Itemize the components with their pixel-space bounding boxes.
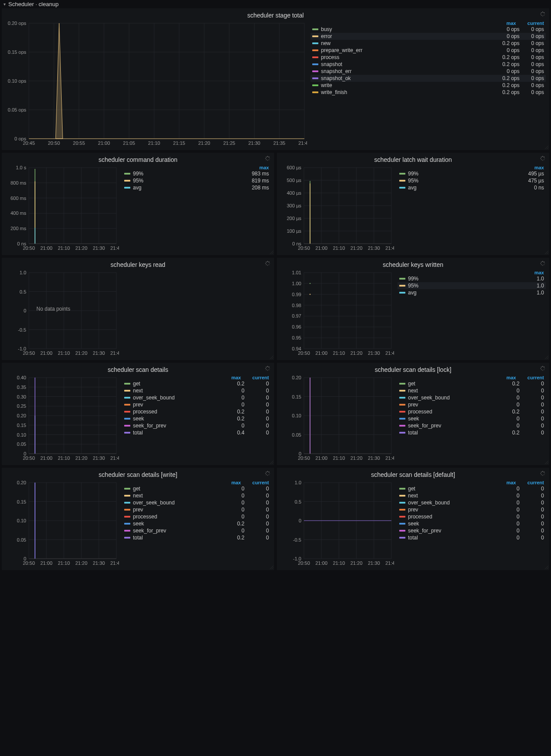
legend-row[interactable]: error 0 ops 0 ops bbox=[310, 33, 546, 40]
legend-row[interactable]: avg 208 ms bbox=[122, 184, 271, 191]
legend-row[interactable]: next 0 0 bbox=[122, 387, 271, 394]
legend-row[interactable]: over_seek_bound 0 0 bbox=[398, 499, 546, 506]
resize-handle-icon[interactable] bbox=[270, 461, 273, 464]
chart-plot[interactable]: 00.050.100.150.2020:5021:0021:1021:2021:… bbox=[5, 480, 119, 567]
legend-row[interactable]: snapshot_ok 0.2 ops 0 ops bbox=[310, 75, 546, 82]
legend-swatch bbox=[399, 397, 405, 399]
legend-row[interactable]: 95% 819 ms bbox=[122, 177, 271, 184]
legend-row[interactable]: next 0 0 bbox=[398, 492, 546, 499]
legend-row[interactable]: snapshot 0.2 ops 0 ops bbox=[310, 61, 546, 68]
legend-header-max[interactable]: max bbox=[216, 375, 241, 380]
panel-title[interactable]: scheduler scan details bbox=[5, 364, 271, 375]
legend-row[interactable]: avg 0 ns bbox=[398, 184, 546, 191]
legend-row[interactable]: processed 0 0 bbox=[122, 513, 271, 520]
legend-row[interactable]: total 0.2 0 bbox=[122, 534, 271, 541]
legend-header-current[interactable]: current bbox=[244, 375, 269, 380]
row-header[interactable]: ▾ Scheduler · cleanup bbox=[0, 0, 551, 8]
legend-row[interactable]: 99% 1.0 bbox=[398, 275, 546, 282]
legend-row[interactable]: seek_for_prev 0 0 bbox=[398, 527, 546, 534]
legend-header-current[interactable]: current bbox=[520, 375, 544, 380]
legend-row[interactable]: prev 0 0 bbox=[398, 506, 546, 513]
legend-row[interactable]: processed 0 0 bbox=[398, 513, 546, 520]
legend-swatch bbox=[399, 187, 405, 189]
panel-title[interactable]: scheduler command duration bbox=[5, 154, 271, 165]
legend-row[interactable]: next 0 0 bbox=[398, 387, 546, 394]
chart-plot[interactable]: -1.0-0.500.51.020:5021:0021:1021:2021:30… bbox=[5, 270, 119, 357]
legend-row[interactable]: total 0.2 0 bbox=[398, 429, 546, 436]
legend-row[interactable]: avg 1.0 bbox=[398, 289, 546, 296]
legend-header-max[interactable]: max bbox=[520, 270, 544, 275]
legend-row[interactable]: prev 0 0 bbox=[122, 506, 271, 513]
legend-row[interactable]: seek_for_prev 0 0 bbox=[122, 422, 271, 429]
legend-row[interactable]: seek 0 0 bbox=[398, 415, 546, 422]
legend-row[interactable]: total 0 0 bbox=[398, 534, 546, 541]
panel-title[interactable]: scheduler keys written bbox=[280, 259, 546, 270]
resize-handle-icon[interactable] bbox=[545, 146, 548, 149]
resize-handle-icon[interactable] bbox=[270, 566, 273, 569]
legend-header-max[interactable]: max bbox=[492, 21, 516, 26]
chart-plot[interactable]: 0 ns200 ms400 ms600 ms800 ms1.0 s20:5021… bbox=[5, 165, 119, 252]
legend-row[interactable]: over_seek_bound 0 0 bbox=[122, 499, 271, 506]
legend-row[interactable]: next 0 0 bbox=[122, 492, 271, 499]
legend-row[interactable]: 95% 1.0 bbox=[398, 282, 546, 289]
chart-plot[interactable]: 0 ns100 µs200 µs300 µs400 µs500 µs600 µs… bbox=[280, 165, 394, 252]
resize-handle-icon[interactable] bbox=[545, 566, 548, 569]
legend-row[interactable]: total 0.4 0 bbox=[122, 429, 271, 436]
svg-point-120 bbox=[265, 263, 266, 264]
legend-row[interactable]: process 0.2 ops 0 ops bbox=[310, 54, 546, 61]
legend-row[interactable]: processed 0.2 0 bbox=[398, 408, 546, 415]
legend-row[interactable]: over_seek_bound 0 0 bbox=[122, 394, 271, 401]
legend-header-current[interactable]: current bbox=[244, 480, 269, 485]
legend-header-current[interactable]: current bbox=[520, 480, 544, 485]
legend-row[interactable]: write_finish 0.2 ops 0 ops bbox=[310, 89, 546, 96]
legend-row[interactable]: prev 0 0 bbox=[122, 401, 271, 408]
legend-row[interactable]: seek_for_prev 0 0 bbox=[122, 527, 271, 534]
legend-row[interactable]: get 0 0 bbox=[398, 485, 546, 492]
legend-row[interactable]: seek 0.2 0 bbox=[122, 415, 271, 422]
legend-current: 0 bbox=[244, 423, 269, 429]
resize-handle-icon[interactable] bbox=[270, 356, 273, 359]
panel-title[interactable]: scheduler scan details [write] bbox=[5, 469, 271, 480]
legend-row[interactable]: seek 0 0 bbox=[398, 520, 546, 527]
legend-row[interactable]: 99% 983 ms bbox=[122, 170, 271, 177]
legend-header-max[interactable]: max bbox=[216, 480, 241, 485]
panel-title[interactable]: scheduler latch wait duration bbox=[280, 154, 546, 165]
panel-title[interactable]: scheduler keys read bbox=[5, 259, 271, 270]
legend-row[interactable]: processed 0.2 0 bbox=[122, 408, 271, 415]
legend-header: max bbox=[398, 165, 546, 170]
legend-row[interactable]: busy 0 ops 0 ops bbox=[310, 26, 546, 33]
panel-title[interactable]: scheduler scan details [default] bbox=[280, 469, 546, 480]
legend-row[interactable]: prev 0 0 bbox=[398, 401, 546, 408]
chart-plot[interactable]: -1.0-0.500.51.020:5021:0021:1021:2021:30… bbox=[280, 480, 394, 567]
legend-row[interactable]: 99% 495 µs bbox=[398, 170, 546, 177]
chart-plot[interactable]: 0 ops0.05 ops0.10 ops0.15 ops0.20 ops20:… bbox=[5, 21, 307, 147]
svg-point-80 bbox=[544, 159, 544, 160]
legend-row[interactable]: get 0 0 bbox=[122, 485, 271, 492]
legend-header-max[interactable]: max bbox=[244, 165, 269, 170]
panel-title[interactable]: scheduler stage total bbox=[5, 10, 546, 21]
resize-handle-icon[interactable] bbox=[545, 251, 548, 254]
legend-row[interactable]: get 0.2 0 bbox=[122, 380, 271, 387]
legend-header-max[interactable]: max bbox=[492, 480, 516, 485]
legend-current: 0 bbox=[244, 521, 269, 527]
chart-plot[interactable]: 0.940.950.960.970.980.991.001.0120:5021:… bbox=[280, 270, 394, 357]
legend-header-max[interactable]: max bbox=[492, 375, 516, 380]
legend-row[interactable]: snapshot_err 0 ops 0 ops bbox=[310, 68, 546, 75]
legend-row[interactable]: 95% 475 µs bbox=[398, 177, 546, 184]
chart-plot[interactable]: 00.050.100.150.2020:5021:0021:1021:2021:… bbox=[280, 375, 394, 462]
resize-handle-icon[interactable] bbox=[545, 461, 548, 464]
legend-row[interactable]: seek_for_prev 0 0 bbox=[398, 422, 546, 429]
legend-row[interactable]: prepare_write_err 0 ops 0 ops bbox=[310, 47, 546, 54]
legend-row[interactable]: over_seek_bound 0 0 bbox=[398, 394, 546, 401]
svg-point-116 bbox=[269, 263, 270, 264]
panel-title[interactable]: scheduler scan details [lock] bbox=[280, 364, 546, 375]
legend-row[interactable]: new 0.2 ops 0 ops bbox=[310, 40, 546, 47]
legend-header-max[interactable]: max bbox=[520, 165, 544, 170]
chart-plot[interactable]: 00.050.100.150.200.250.300.350.4020:5021… bbox=[5, 375, 119, 462]
legend-row[interactable]: get 0.2 0 bbox=[398, 380, 546, 387]
resize-handle-icon[interactable] bbox=[545, 356, 548, 359]
resize-handle-icon[interactable] bbox=[270, 251, 273, 254]
legend-row[interactable]: write 0.2 ops 0 ops bbox=[310, 82, 546, 89]
legend-row[interactable]: seek 0.2 0 bbox=[122, 520, 271, 527]
legend-header-current[interactable]: current bbox=[520, 21, 544, 26]
